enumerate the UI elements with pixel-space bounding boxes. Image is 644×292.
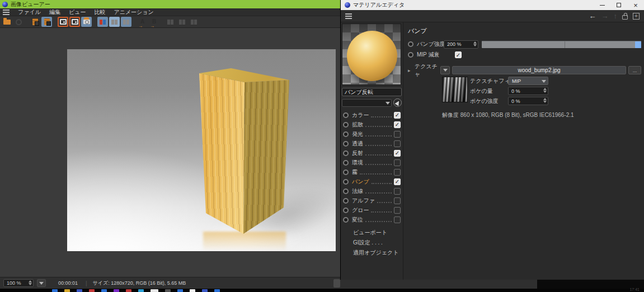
channel-radio[interactable] bbox=[343, 141, 349, 147]
channel-radio[interactable] bbox=[343, 150, 349, 156]
channel-label[interactable]: 霧 bbox=[352, 168, 358, 176]
menu-edit[interactable]: 編集 bbox=[49, 8, 60, 16]
channel-row[interactable]: 拡散 bbox=[342, 120, 402, 129]
history-button[interactable] bbox=[13, 17, 24, 27]
open-file-button[interactable] bbox=[2, 17, 12, 27]
channel-label[interactable]: 透過 bbox=[352, 140, 363, 148]
channel-radio[interactable] bbox=[343, 179, 349, 185]
render-canvas[interactable] bbox=[67, 49, 336, 251]
channel-row[interactable]: 透過 bbox=[342, 139, 402, 148]
channel-checkbox[interactable] bbox=[394, 112, 401, 119]
zoom-spinner[interactable] bbox=[29, 280, 32, 285]
sidebar-item-gi-settings[interactable]: GI設定 . . . . bbox=[353, 238, 402, 248]
texture-type-dropdown[interactable] bbox=[440, 66, 450, 74]
remove-image-button[interactable] bbox=[41, 17, 52, 27]
sidebar-item-viewport[interactable]: ビューポート bbox=[353, 228, 402, 238]
channel-row[interactable]: アルファ bbox=[342, 196, 402, 205]
channel-checkbox[interactable] bbox=[394, 207, 401, 214]
lock-icon[interactable] bbox=[622, 15, 628, 20]
mip-checkbox[interactable] bbox=[455, 51, 462, 58]
channel-radio[interactable] bbox=[343, 198, 349, 204]
menu-view[interactable]: ビュー bbox=[69, 8, 86, 16]
channel-checkbox[interactable] bbox=[394, 150, 401, 157]
forward-arrow-icon[interactable]: → bbox=[601, 12, 609, 20]
sync-button[interactable] bbox=[189, 17, 199, 27]
keyframe-radio[interactable] bbox=[408, 52, 413, 58]
zoom-preset-dropdown[interactable] bbox=[37, 279, 46, 287]
set-b-button[interactable]: B bbox=[149, 17, 159, 27]
channel-radio[interactable] bbox=[343, 208, 349, 213]
channel-checkbox[interactable] bbox=[394, 121, 401, 128]
set-a-button[interactable]: A bbox=[137, 17, 148, 27]
blur-amount-input[interactable]: 0 % bbox=[508, 87, 548, 95]
channel-label[interactable]: 反射 bbox=[352, 149, 363, 157]
minimize-button[interactable] bbox=[594, 0, 610, 10]
channel-label[interactable]: 環境 bbox=[352, 159, 363, 167]
channel-label[interactable]: 拡散 bbox=[352, 121, 363, 129]
channel-label[interactable]: バンプ bbox=[352, 178, 369, 186]
up-arrow-icon[interactable]: ↑ bbox=[614, 12, 618, 20]
blur-strength-spinner[interactable] bbox=[543, 98, 547, 103]
pick-object-button[interactable] bbox=[393, 98, 402, 107]
link-b-button[interactable] bbox=[177, 17, 187, 27]
channel-checkbox[interactable] bbox=[394, 216, 401, 223]
channel-checkbox[interactable] bbox=[394, 188, 401, 195]
channel-label[interactable]: 発光 bbox=[352, 130, 363, 138]
blur-amount-spinner[interactable] bbox=[543, 88, 547, 93]
channel-checkbox[interactable] bbox=[394, 140, 401, 147]
channel-row[interactable]: 変位 bbox=[342, 215, 402, 224]
channel-radio[interactable] bbox=[343, 169, 349, 175]
channel-label[interactable]: カラー bbox=[352, 111, 369, 119]
channel-radio[interactable] bbox=[343, 160, 349, 166]
channel-radio[interactable] bbox=[343, 122, 349, 128]
zoom-level-input[interactable]: 100 % bbox=[3, 279, 34, 287]
channel-label[interactable]: グロー bbox=[352, 206, 369, 214]
channel-radio[interactable] bbox=[343, 131, 349, 137]
expander-chevron-icon[interactable]: ▸ bbox=[408, 68, 415, 73]
channel-row[interactable]: 環境 bbox=[342, 158, 402, 167]
close-button[interactable] bbox=[627, 0, 644, 10]
browse-button[interactable]: ... bbox=[628, 66, 641, 74]
link-a-button[interactable] bbox=[165, 17, 176, 27]
material-preview[interactable] bbox=[342, 23, 401, 85]
hamburger-icon[interactable] bbox=[3, 12, 10, 13]
texture-file-bar[interactable]: wood_bump2.jpg bbox=[452, 66, 626, 74]
me-hamburger-icon[interactable] bbox=[345, 16, 352, 17]
strength-spinner[interactable] bbox=[473, 41, 477, 46]
menu-animation[interactable]: アニメーション bbox=[114, 8, 153, 16]
keyframe-radio[interactable] bbox=[408, 41, 413, 47]
single-view-button[interactable] bbox=[58, 17, 68, 27]
channel-radio[interactable] bbox=[343, 189, 349, 194]
channel-checkbox[interactable] bbox=[394, 197, 401, 204]
channel-row[interactable]: 霧 bbox=[342, 167, 402, 177]
add-panel-icon[interactable] bbox=[633, 13, 640, 20]
maximize-button[interactable] bbox=[610, 0, 627, 10]
slider-handle[interactable] bbox=[635, 41, 641, 48]
menu-compare[interactable]: 比較 bbox=[94, 8, 105, 16]
channel-row[interactable]: 法線 bbox=[342, 186, 402, 196]
sidebar-item-assign-objects[interactable]: 適用オブジェクト bbox=[353, 248, 402, 258]
channel-row[interactable]: バンプ bbox=[342, 177, 402, 186]
shader-dropdown[interactable] bbox=[342, 99, 392, 107]
compare-side-button[interactable] bbox=[109, 17, 120, 27]
channel-label[interactable]: アルファ bbox=[352, 197, 375, 205]
channel-radio[interactable] bbox=[343, 217, 349, 223]
compare-overlay-button[interactable] bbox=[121, 17, 131, 27]
channel-checkbox[interactable] bbox=[394, 159, 401, 166]
channel-row[interactable]: グロー bbox=[342, 205, 402, 215]
bump-strength-slider[interactable] bbox=[482, 41, 641, 48]
channel-row[interactable]: カラー bbox=[342, 110, 402, 120]
channel-label[interactable]: 変位 bbox=[352, 216, 363, 224]
full-image-view-button[interactable] bbox=[69, 17, 80, 27]
channel-row[interactable]: 発光 bbox=[342, 129, 402, 139]
channel-checkbox[interactable] bbox=[394, 178, 401, 185]
channel-checkbox[interactable] bbox=[394, 131, 401, 138]
channel-checkbox[interactable] bbox=[394, 169, 401, 176]
back-arrow-icon[interactable]: ← bbox=[589, 12, 596, 20]
channel-label[interactable]: 法線 bbox=[352, 187, 363, 195]
bump-strength-input[interactable]: 200 % bbox=[444, 40, 478, 49]
filter-dropdown[interactable]: MIP bbox=[508, 77, 548, 85]
me-titlebar[interactable]: マテリアルエディタ bbox=[341, 0, 644, 10]
compare-ab-button[interactable] bbox=[97, 17, 108, 27]
material-name-field[interactable]: バンプ反転 bbox=[342, 88, 402, 96]
